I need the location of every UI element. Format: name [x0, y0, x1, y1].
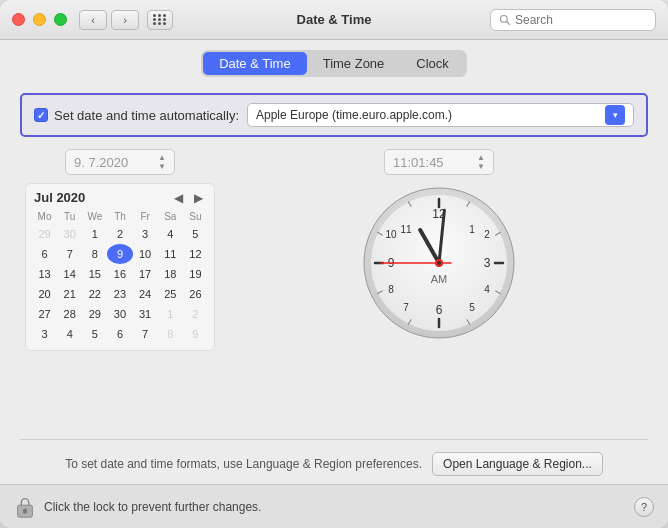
- calendar-day[interactable]: 9: [107, 244, 132, 264]
- calendar-day[interactable]: 12: [183, 244, 208, 264]
- calendar-day[interactable]: 11: [158, 244, 183, 264]
- calendar-day[interactable]: 13: [32, 264, 57, 284]
- time-stepper[interactable]: 11:01:45 ▲ ▼: [384, 149, 494, 175]
- calendar-day[interactable]: 28: [57, 304, 82, 324]
- chevron-left-icon: ‹: [91, 14, 95, 26]
- calendar-day[interactable]: 1: [82, 224, 107, 244]
- back-button[interactable]: ‹: [79, 10, 107, 30]
- grid-view-button[interactable]: [147, 10, 173, 30]
- date-stepper[interactable]: 9. 7.2020 ▲ ▼: [65, 149, 175, 175]
- tab-time-zone[interactable]: Time Zone: [307, 52, 401, 75]
- svg-text:6: 6: [436, 303, 443, 317]
- calendar-day[interactable]: 6: [107, 324, 132, 344]
- time-increment-icon[interactable]: ▲: [477, 154, 485, 162]
- calendar-day[interactable]: 5: [183, 224, 208, 244]
- svg-text:8: 8: [388, 284, 394, 295]
- calendar-day[interactable]: 8: [82, 244, 107, 264]
- zoom-button[interactable]: [54, 13, 67, 26]
- calendar-day[interactable]: 2: [183, 304, 208, 324]
- search-box[interactable]: [490, 9, 656, 31]
- calendar-day[interactable]: 18: [158, 264, 183, 284]
- main-window: ‹ › Date & Time Date & Time: [0, 0, 668, 528]
- svg-text:2: 2: [484, 229, 490, 240]
- calendar-day[interactable]: 30: [107, 304, 132, 324]
- traffic-lights: [12, 13, 67, 26]
- minimize-button[interactable]: [33, 13, 46, 26]
- date-decrement-icon[interactable]: ▼: [158, 163, 166, 171]
- tab-date-time[interactable]: Date & Time: [203, 52, 307, 75]
- calendar-next-button[interactable]: ▶: [190, 191, 206, 205]
- tab-clock[interactable]: Clock: [400, 52, 465, 75]
- calendar-day[interactable]: 23: [107, 284, 132, 304]
- svg-text:AM: AM: [431, 273, 448, 285]
- footer-hint-text: To set date and time formats, use Langua…: [65, 457, 422, 471]
- svg-rect-36: [23, 508, 27, 513]
- time-stepper-arrows: ▲ ▼: [477, 154, 485, 171]
- calendar-day[interactable]: 15: [82, 264, 107, 284]
- weekday-we: We: [82, 209, 107, 224]
- calendar-day[interactable]: 10: [133, 244, 158, 264]
- calendar-day[interactable]: 31: [133, 304, 158, 324]
- calendar-day[interactable]: 2: [107, 224, 132, 244]
- calendar-day[interactable]: 4: [57, 324, 82, 344]
- calendar-day[interactable]: 21: [57, 284, 82, 304]
- calendar-day[interactable]: 27: [32, 304, 57, 324]
- close-button[interactable]: [12, 13, 25, 26]
- calendar-day[interactable]: 14: [57, 264, 82, 284]
- svg-text:11: 11: [400, 224, 412, 235]
- calendar-day[interactable]: 26: [183, 284, 208, 304]
- calendar-day[interactable]: 7: [133, 324, 158, 344]
- weekday-mo: Mo: [32, 209, 57, 224]
- calendar-day[interactable]: 16: [107, 264, 132, 284]
- calendar-day[interactable]: 4: [158, 224, 183, 244]
- forward-button[interactable]: ›: [111, 10, 139, 30]
- calendar-day[interactable]: 20: [32, 284, 57, 304]
- weekday-fr: Fr: [133, 209, 158, 224]
- auto-set-row: ✓ Set date and time automatically: Apple…: [20, 93, 648, 137]
- svg-text:7: 7: [403, 302, 409, 313]
- calendar-day[interactable]: 19: [183, 264, 208, 284]
- svg-text:3: 3: [484, 256, 491, 270]
- window-title: Date & Time: [297, 12, 372, 27]
- open-language-region-button[interactable]: Open Language & Region...: [432, 452, 603, 476]
- weekday-th: Th: [107, 209, 132, 224]
- calendar-day[interactable]: 3: [32, 324, 57, 344]
- tabs-bar: Date & Time Time Zone Clock: [0, 40, 668, 85]
- calendar-day[interactable]: 29: [32, 224, 57, 244]
- time-value: 11:01:45: [393, 155, 444, 170]
- calendar-day[interactable]: 8: [158, 324, 183, 344]
- calendar-day[interactable]: 24: [133, 284, 158, 304]
- weekday-sa: Sa: [158, 209, 183, 224]
- calendar-day[interactable]: 29: [82, 304, 107, 324]
- calendar-day[interactable]: 30: [57, 224, 82, 244]
- calendar-side: 9. 7.2020 ▲ ▼ Jul 2020 ◀ ▶: [20, 149, 220, 351]
- content-area: ✓ Set date and time automatically: Apple…: [0, 85, 668, 484]
- auto-time-checkbox[interactable]: ✓: [34, 108, 48, 122]
- calendar-day[interactable]: 6: [32, 244, 57, 264]
- calendar-day[interactable]: 25: [158, 284, 183, 304]
- auto-time-label: Set date and time automatically:: [54, 108, 239, 123]
- calendar-month-year: Jul 2020: [34, 190, 85, 205]
- lock-icon[interactable]: [14, 494, 36, 520]
- help-button[interactable]: ?: [634, 497, 654, 517]
- calendar-day[interactable]: 9: [183, 324, 208, 344]
- calendar-day[interactable]: 1: [158, 304, 183, 324]
- server-dropdown[interactable]: Apple Europe (time.euro.apple.com.) ▾: [247, 103, 634, 127]
- calendar-prev-button[interactable]: ◀: [170, 191, 186, 205]
- calendar-day[interactable]: 3: [133, 224, 158, 244]
- svg-text:5: 5: [469, 302, 475, 313]
- server-value: Apple Europe (time.euro.apple.com.): [256, 108, 452, 122]
- footer-hint: To set date and time formats, use Langua…: [20, 439, 648, 484]
- date-increment-icon[interactable]: ▲: [158, 154, 166, 162]
- calendar-day[interactable]: 7: [57, 244, 82, 264]
- calendar-day[interactable]: 17: [133, 264, 158, 284]
- time-decrement-icon[interactable]: ▼: [477, 163, 485, 171]
- analog-clock: 12 3 6 9 1 2 4 5 7 8 10 11 AM: [359, 183, 519, 343]
- calendar-day[interactable]: 22: [82, 284, 107, 304]
- calendar: Jul 2020 ◀ ▶ Mo Tu We Th: [25, 183, 215, 351]
- calendar-day[interactable]: 5: [82, 324, 107, 344]
- search-input[interactable]: [515, 13, 647, 27]
- dropdown-arrow-icon: ▾: [605, 105, 625, 125]
- grid-icon: [153, 14, 167, 25]
- search-icon: [499, 14, 511, 26]
